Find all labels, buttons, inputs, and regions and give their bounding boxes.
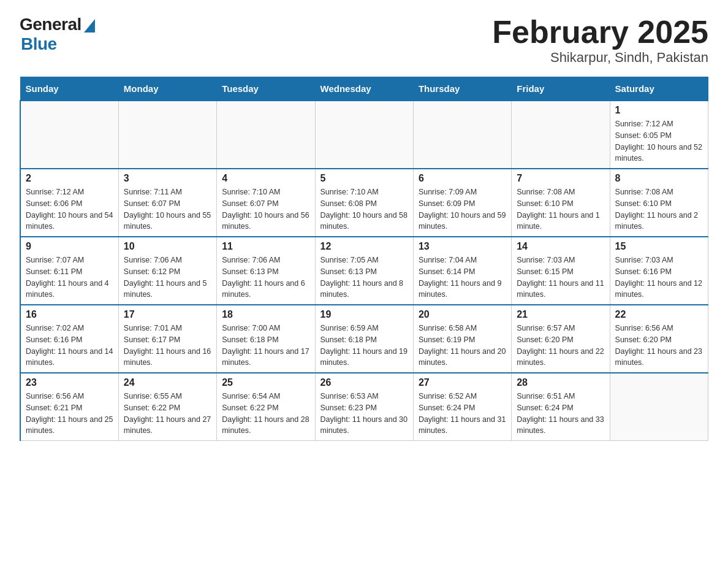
- day-number: 20: [419, 309, 506, 320]
- day-number: 17: [124, 309, 211, 320]
- day-info: Sunrise: 7:05 AMSunset: 6:13 PMDaylight:…: [320, 255, 408, 301]
- day-number: 1: [615, 105, 703, 116]
- calendar-day-cell: 12Sunrise: 7:05 AMSunset: 6:13 PMDayligh…: [315, 237, 413, 305]
- day-of-week-header: Sunday: [20, 77, 118, 101]
- day-number: 12: [320, 241, 408, 252]
- calendar-week-row: 23Sunrise: 6:56 AMSunset: 6:21 PMDayligh…: [20, 373, 708, 441]
- calendar-day-cell: [413, 101, 511, 169]
- calendar-day-cell: 26Sunrise: 6:53 AMSunset: 6:23 PMDayligh…: [315, 373, 413, 441]
- calendar-week-row: 9Sunrise: 7:07 AMSunset: 6:11 PMDaylight…: [20, 237, 708, 305]
- logo-general-text: General: [20, 15, 82, 34]
- calendar-day-cell: 5Sunrise: 7:10 AMSunset: 6:08 PMDaylight…: [315, 169, 413, 237]
- day-info: Sunrise: 7:03 AMSunset: 6:16 PMDaylight:…: [615, 255, 703, 301]
- day-number: 5: [320, 173, 408, 184]
- calendar-day-cell: 28Sunrise: 6:51 AMSunset: 6:24 PMDayligh…: [512, 373, 610, 441]
- calendar-day-cell: 14Sunrise: 7:03 AMSunset: 6:15 PMDayligh…: [512, 237, 610, 305]
- day-number: 23: [26, 377, 113, 388]
- calendar-day-cell: [217, 101, 315, 169]
- day-number: 11: [222, 241, 309, 252]
- title-block: February 2025 Shikarpur, Sindh, Pakistan: [492, 15, 708, 66]
- calendar-day-cell: 17Sunrise: 7:01 AMSunset: 6:17 PMDayligh…: [118, 305, 216, 373]
- day-number: 2: [26, 173, 113, 184]
- day-info: Sunrise: 7:10 AMSunset: 6:07 PMDaylight:…: [222, 186, 309, 232]
- day-number: 24: [124, 377, 211, 388]
- calendar-day-cell: [610, 373, 708, 441]
- day-number: 4: [222, 173, 309, 184]
- calendar-day-cell: 6Sunrise: 7:09 AMSunset: 6:09 PMDaylight…: [413, 169, 511, 237]
- calendar-day-cell: 7Sunrise: 7:08 AMSunset: 6:10 PMDaylight…: [512, 169, 610, 237]
- day-info: Sunrise: 7:04 AMSunset: 6:14 PMDaylight:…: [419, 255, 506, 301]
- page-title: February 2025: [492, 15, 708, 50]
- logo-triangle-icon: [84, 19, 95, 33]
- day-info: Sunrise: 7:00 AMSunset: 6:18 PMDaylight:…: [222, 323, 309, 369]
- day-info: Sunrise: 7:11 AMSunset: 6:07 PMDaylight:…: [124, 186, 211, 232]
- day-info: Sunrise: 6:57 AMSunset: 6:20 PMDaylight:…: [517, 323, 604, 369]
- calendar-day-cell: 20Sunrise: 6:58 AMSunset: 6:19 PMDayligh…: [413, 305, 511, 373]
- day-number: 7: [517, 173, 604, 184]
- page-header: General Blue February 2025 Shikarpur, Si…: [20, 15, 708, 66]
- calendar-day-cell: 3Sunrise: 7:11 AMSunset: 6:07 PMDaylight…: [118, 169, 216, 237]
- day-of-week-header: Friday: [512, 77, 610, 101]
- day-info: Sunrise: 6:55 AMSunset: 6:22 PMDaylight:…: [124, 391, 211, 437]
- page-subtitle: Shikarpur, Sindh, Pakistan: [492, 50, 708, 66]
- day-number: 19: [320, 309, 408, 320]
- day-info: Sunrise: 7:08 AMSunset: 6:10 PMDaylight:…: [615, 186, 703, 232]
- day-number: 9: [26, 241, 113, 252]
- calendar-day-cell: 1Sunrise: 7:12 AMSunset: 6:05 PMDaylight…: [610, 101, 708, 169]
- day-number: 21: [517, 309, 604, 320]
- day-info: Sunrise: 7:06 AMSunset: 6:13 PMDaylight:…: [222, 255, 309, 301]
- day-of-week-header: Thursday: [413, 77, 511, 101]
- calendar-day-cell: 19Sunrise: 6:59 AMSunset: 6:18 PMDayligh…: [315, 305, 413, 373]
- calendar-day-cell: [315, 101, 413, 169]
- calendar-day-cell: 24Sunrise: 6:55 AMSunset: 6:22 PMDayligh…: [118, 373, 216, 441]
- calendar-week-row: 2Sunrise: 7:12 AMSunset: 6:06 PMDaylight…: [20, 169, 708, 237]
- day-info: Sunrise: 6:56 AMSunset: 6:21 PMDaylight:…: [26, 391, 113, 437]
- calendar-table: SundayMondayTuesdayWednesdayThursdayFrid…: [20, 77, 708, 441]
- calendar-day-cell: 8Sunrise: 7:08 AMSunset: 6:10 PMDaylight…: [610, 169, 708, 237]
- day-number: 15: [615, 241, 703, 252]
- calendar-day-cell: 27Sunrise: 6:52 AMSunset: 6:24 PMDayligh…: [413, 373, 511, 441]
- day-number: 26: [320, 377, 408, 388]
- day-number: 16: [26, 309, 113, 320]
- calendar-day-cell: 9Sunrise: 7:07 AMSunset: 6:11 PMDaylight…: [20, 237, 118, 305]
- day-info: Sunrise: 6:54 AMSunset: 6:22 PMDaylight:…: [222, 391, 309, 437]
- day-number: 8: [615, 173, 703, 184]
- day-number: 3: [124, 173, 211, 184]
- calendar-day-cell: 4Sunrise: 7:10 AMSunset: 6:07 PMDaylight…: [217, 169, 315, 237]
- day-info: Sunrise: 7:10 AMSunset: 6:08 PMDaylight:…: [320, 186, 408, 232]
- day-number: 28: [517, 377, 604, 388]
- calendar-day-cell: 10Sunrise: 7:06 AMSunset: 6:12 PMDayligh…: [118, 237, 216, 305]
- day-of-week-header: Monday: [118, 77, 216, 101]
- day-number: 10: [124, 241, 211, 252]
- calendar-week-row: 16Sunrise: 7:02 AMSunset: 6:16 PMDayligh…: [20, 305, 708, 373]
- calendar-day-cell: [118, 101, 216, 169]
- day-number: 14: [517, 241, 604, 252]
- logo-blue-text: Blue: [21, 34, 57, 54]
- day-number: 13: [419, 241, 506, 252]
- calendar-day-cell: 23Sunrise: 6:56 AMSunset: 6:21 PMDayligh…: [20, 373, 118, 441]
- calendar-day-cell: 16Sunrise: 7:02 AMSunset: 6:16 PMDayligh…: [20, 305, 118, 373]
- day-info: Sunrise: 7:12 AMSunset: 6:06 PMDaylight:…: [26, 186, 113, 232]
- day-info: Sunrise: 6:51 AMSunset: 6:24 PMDaylight:…: [517, 391, 604, 437]
- calendar-day-cell: 25Sunrise: 6:54 AMSunset: 6:22 PMDayligh…: [217, 373, 315, 441]
- calendar-day-cell: 22Sunrise: 6:56 AMSunset: 6:20 PMDayligh…: [610, 305, 708, 373]
- calendar-week-row: 1Sunrise: 7:12 AMSunset: 6:05 PMDaylight…: [20, 101, 708, 169]
- calendar-day-cell: 13Sunrise: 7:04 AMSunset: 6:14 PMDayligh…: [413, 237, 511, 305]
- calendar-day-cell: 21Sunrise: 6:57 AMSunset: 6:20 PMDayligh…: [512, 305, 610, 373]
- day-info: Sunrise: 7:08 AMSunset: 6:10 PMDaylight:…: [517, 186, 604, 232]
- day-info: Sunrise: 7:02 AMSunset: 6:16 PMDaylight:…: [26, 323, 113, 369]
- day-info: Sunrise: 7:12 AMSunset: 6:05 PMDaylight:…: [615, 118, 703, 164]
- calendar-day-cell: [512, 101, 610, 169]
- calendar-day-cell: [20, 101, 118, 169]
- logo: General Blue: [20, 15, 95, 54]
- day-info: Sunrise: 6:59 AMSunset: 6:18 PMDaylight:…: [320, 323, 408, 369]
- day-of-week-header: Saturday: [610, 77, 708, 101]
- day-of-week-header: Tuesday: [217, 77, 315, 101]
- day-info: Sunrise: 7:09 AMSunset: 6:09 PMDaylight:…: [419, 186, 506, 232]
- day-info: Sunrise: 6:56 AMSunset: 6:20 PMDaylight:…: [615, 323, 703, 369]
- calendar-day-cell: 2Sunrise: 7:12 AMSunset: 6:06 PMDaylight…: [20, 169, 118, 237]
- day-number: 6: [419, 173, 506, 184]
- day-info: Sunrise: 7:06 AMSunset: 6:12 PMDaylight:…: [124, 255, 211, 301]
- calendar-day-cell: 15Sunrise: 7:03 AMSunset: 6:16 PMDayligh…: [610, 237, 708, 305]
- day-number: 18: [222, 309, 309, 320]
